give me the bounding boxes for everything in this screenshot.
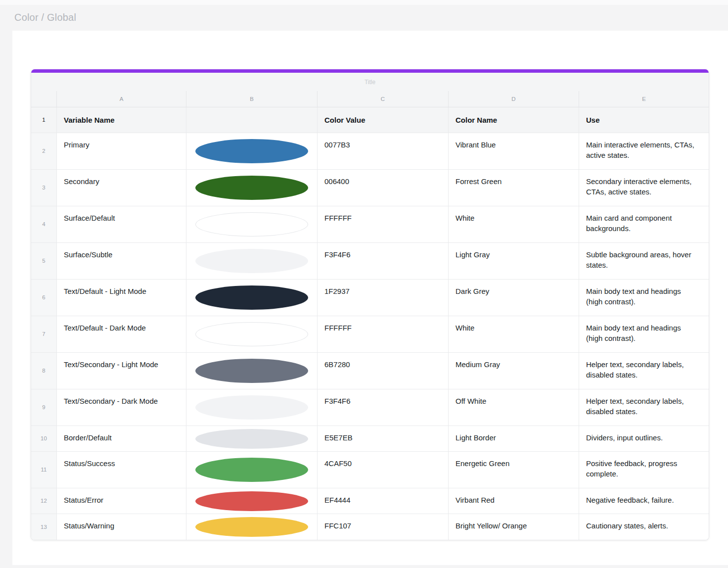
cell-use[interactable]: Dividers, input outlines. [579, 426, 709, 451]
cell-variable-name[interactable]: Text/Default - Light Mode [56, 280, 186, 316]
cell-color-name[interactable]: Vibrant Blue [448, 133, 579, 169]
column-letter-c[interactable]: C [317, 91, 448, 107]
table-row: 8 Text/Secondary - Light Mode 6B7280 Med… [31, 353, 709, 389]
cell-color-value[interactable]: 6B7280 [317, 353, 448, 389]
table-row: 7 Text/Default - Dark Mode FFFFFF White … [31, 316, 709, 353]
row-number[interactable]: 7 [31, 316, 56, 352]
row-number[interactable]: 2 [31, 133, 56, 169]
cell-variable-name[interactable]: Secondary [56, 170, 186, 206]
cell-color-value[interactable]: 0077B3 [317, 133, 448, 169]
color-swatch [195, 212, 308, 237]
cell-swatch[interactable] [186, 133, 317, 169]
cell-color-value[interactable]: F3F4F6 [317, 389, 448, 426]
cell-swatch[interactable] [186, 452, 317, 488]
row-number[interactable]: 3 [31, 170, 56, 206]
row-number[interactable]: 12 [31, 488, 56, 514]
cell-swatch[interactable] [186, 389, 317, 426]
cell-use[interactable]: Subtle background areas, hover states. [579, 243, 709, 279]
row-number[interactable]: 10 [31, 426, 56, 451]
cell-swatch[interactable] [186, 514, 317, 540]
cell-use[interactable]: Main card and component backgrounds. [579, 206, 709, 242]
cell-color-name[interactable]: Medium Gray [448, 353, 579, 389]
cell-variable-name[interactable]: Primary [56, 133, 186, 169]
header-cell-color-name[interactable]: Color Name [448, 107, 579, 133]
column-letter-a[interactable]: A [56, 91, 186, 107]
color-swatch [195, 139, 308, 163]
cell-color-name[interactable]: White [448, 206, 579, 242]
header-cell-variable-name[interactable]: Variable Name [56, 107, 186, 133]
column-letter-b[interactable]: B [186, 91, 317, 107]
column-letter-e[interactable]: E [579, 91, 709, 107]
cell-swatch[interactable] [186, 243, 317, 279]
cell-color-name[interactable]: Forrest Green [448, 170, 579, 206]
cell-swatch[interactable] [186, 280, 317, 316]
cell-color-name[interactable]: White [448, 316, 579, 352]
cell-use[interactable]: Main interactive elements, CTAs, active … [579, 133, 709, 169]
cell-variable-name[interactable]: Border/Default [56, 426, 186, 451]
cell-swatch[interactable] [186, 206, 317, 242]
header-cell-swatch[interactable] [186, 107, 317, 133]
breadcrumb[interactable]: Color / Global [14, 12, 76, 23]
cell-color-value[interactable]: EF4444 [317, 488, 448, 514]
color-swatch [195, 322, 308, 346]
cell-color-name[interactable]: Light Border [448, 426, 579, 451]
cell-use[interactable]: Positive feedback, progress complete. [579, 452, 709, 488]
header-cell-use[interactable]: Use [579, 107, 709, 133]
column-letters-row: ABCDE [31, 91, 709, 107]
table-row: 11 Status/Success 4CAF50 Energetic Green… [31, 452, 709, 488]
cell-color-name[interactable]: Energetic Green [448, 452, 579, 488]
row-number[interactable]: 8 [31, 353, 56, 389]
cell-use[interactable]: Helper text, secondary labels, disabled … [579, 353, 709, 389]
row-number[interactable]: 6 [31, 280, 56, 316]
cell-variable-name[interactable]: Surface/Default [56, 206, 186, 242]
row-number[interactable]: 1 [31, 107, 56, 133]
row-number[interactable]: 9 [31, 389, 56, 426]
row-number[interactable]: 4 [31, 206, 56, 242]
cell-color-value[interactable]: F3F4F6 [317, 243, 448, 279]
cell-color-name[interactable]: Dark Grey [448, 280, 579, 316]
cell-color-value[interactable]: FFFFFF [317, 206, 448, 242]
cell-use[interactable]: Helper text, secondary labels, disabled … [579, 389, 709, 426]
design-canvas[interactable]: Title ABCDE 1 Variable Name Color Value … [12, 31, 728, 565]
cell-color-value[interactable]: 1F2937 [317, 280, 448, 316]
table-row: 2 Primary 0077B3 Vibrant Blue Main inter… [31, 133, 709, 170]
cell-color-value[interactable]: FFFFFF [317, 316, 448, 352]
column-letter-d[interactable]: D [448, 91, 579, 107]
table-title-bar[interactable]: Title [31, 73, 709, 91]
row-number[interactable]: 13 [31, 514, 56, 540]
color-swatch [195, 249, 308, 273]
cell-color-value[interactable]: 006400 [317, 170, 448, 206]
cell-use[interactable]: Secondary interactive elements, CTAs, ac… [579, 170, 709, 206]
color-swatch [195, 359, 308, 383]
cell-color-name[interactable]: Bright Yellow/ Orange [448, 514, 579, 540]
cell-variable-name[interactable]: Status/Error [56, 488, 186, 514]
cell-color-name[interactable]: Light Gray [448, 243, 579, 279]
color-swatch [195, 429, 308, 449]
cell-use[interactable]: Cautionary states, alerts. [579, 514, 709, 540]
color-swatch [195, 517, 308, 537]
header-cell-color-value[interactable]: Color Value [317, 107, 448, 133]
cell-swatch[interactable] [186, 488, 317, 514]
cell-variable-name[interactable]: Text/Secondary - Dark Mode [56, 389, 186, 426]
cell-swatch[interactable] [186, 170, 317, 206]
cell-swatch[interactable] [186, 353, 317, 389]
cell-use[interactable]: Negative feedback, failure. [579, 488, 709, 514]
cell-color-value[interactable]: 4CAF50 [317, 452, 448, 488]
cell-variable-name[interactable]: Status/Warning [56, 514, 186, 540]
corner-cell[interactable] [31, 91, 56, 107]
cell-variable-name[interactable]: Text/Default - Dark Mode [56, 316, 186, 352]
row-number[interactable]: 11 [31, 452, 56, 488]
cell-use[interactable]: Main body text and headings (high contra… [579, 280, 709, 316]
cell-variable-name[interactable]: Text/Secondary - Light Mode [56, 353, 186, 389]
cell-swatch[interactable] [186, 426, 317, 451]
cell-variable-name[interactable]: Surface/Subtle [56, 243, 186, 279]
cell-color-value[interactable]: FFC107 [317, 514, 448, 540]
cell-color-name[interactable]: Virbant Red [448, 488, 579, 514]
cell-color-value[interactable]: E5E7EB [317, 426, 448, 451]
cell-variable-name[interactable]: Status/Success [56, 452, 186, 488]
cell-swatch[interactable] [186, 316, 317, 352]
cell-color-name[interactable]: Off White [448, 389, 579, 426]
row-number[interactable]: 5 [31, 243, 56, 279]
color-swatch [195, 395, 308, 420]
cell-use[interactable]: Main body text and headings (high contra… [579, 316, 709, 352]
